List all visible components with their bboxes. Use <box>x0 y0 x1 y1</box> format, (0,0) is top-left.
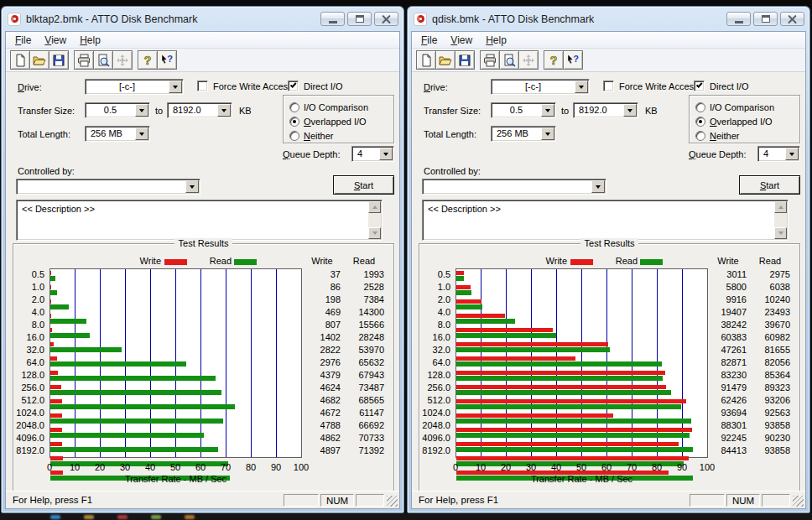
transfer-from-select[interactable]: 0.5 <box>85 102 150 118</box>
start-button[interactable]: Start <box>739 175 800 195</box>
drive-label: Drive: <box>18 82 42 92</box>
menu-help[interactable]: Help <box>479 33 513 48</box>
help-button[interactable]: ? <box>138 50 158 70</box>
chart-row <box>50 399 301 412</box>
print-preview-button[interactable] <box>499 50 519 70</box>
write-bar <box>50 314 51 318</box>
client-area: Drive: [-c-] Force Write Access Direct I… <box>6 72 399 491</box>
context-help-button[interactable]: ? <box>563 50 583 70</box>
statusbar: For Help, press F1 NUM <box>412 491 805 508</box>
chart-row <box>456 413 707 426</box>
description-scrollbar[interactable] <box>774 201 787 239</box>
queue-depth-select[interactable]: 4 <box>757 146 800 162</box>
open-button[interactable] <box>435 50 455 70</box>
dropdown-arrow-icon[interactable] <box>185 180 199 193</box>
direct-io-checkbox[interactable]: Direct I/O <box>694 81 748 91</box>
chart-row <box>50 371 301 383</box>
dropdown-arrow-icon[interactable] <box>541 127 554 140</box>
move-button[interactable] <box>518 50 539 70</box>
menu-view[interactable]: View <box>444 33 479 48</box>
menu-file[interactable]: File <box>414 33 444 48</box>
open-button[interactable] <box>29 50 49 70</box>
radio-overlapped-io[interactable]: Overlapped I/O <box>695 114 799 128</box>
total-length-select[interactable]: 256 MB <box>85 126 150 142</box>
menu-view[interactable]: View <box>38 33 73 48</box>
print-button[interactable] <box>480 50 500 70</box>
write-bar <box>50 285 51 289</box>
read-bar <box>50 390 221 395</box>
dropdown-arrow-icon[interactable] <box>379 148 393 160</box>
titlebar[interactable]: qdisk.bmk - ATTO Disk Benchmark <box>408 7 809 29</box>
dropdown-arrow-icon[interactable] <box>169 81 182 93</box>
start-button[interactable]: Start <box>333 175 394 195</box>
force-write-checkbox[interactable]: Force Write Access <box>603 81 699 91</box>
dropdown-arrow-icon[interactable] <box>575 81 588 93</box>
print-button[interactable] <box>74 50 94 70</box>
dropdown-arrow-icon[interactable] <box>135 127 148 140</box>
radio-neither[interactable]: Neither <box>289 128 393 143</box>
menu-file[interactable]: File <box>8 33 38 48</box>
close-button[interactable] <box>374 12 398 26</box>
radio-io-comparison[interactable]: I/O Comparison <box>695 100 799 114</box>
menu-help[interactable]: Help <box>73 33 107 48</box>
total-length-select[interactable]: 256 MB <box>491 126 556 142</box>
dropdown-arrow-icon[interactable] <box>623 104 637 117</box>
context-help-button[interactable]: ? <box>157 50 177 70</box>
resize-grip[interactable] <box>793 496 804 507</box>
caption-buttons <box>726 12 804 26</box>
scroll-down-button[interactable] <box>368 227 381 239</box>
move-button[interactable] <box>112 50 133 70</box>
transfer-to-select[interactable]: 8192.0 <box>167 102 232 118</box>
taskbar-icon[interactable] <box>185 515 195 519</box>
dropdown-arrow-icon[interactable] <box>217 104 231 117</box>
taskbar-icon[interactable] <box>117 515 128 519</box>
controlled-by-select[interactable] <box>16 179 200 195</box>
minimize-button[interactable] <box>320 12 345 26</box>
values-row: 3824239670 <box>710 319 794 331</box>
dropdown-arrow-icon[interactable] <box>135 104 148 117</box>
description-box[interactable]: << Description >> <box>422 200 789 241</box>
help-icon: ? <box>547 54 560 67</box>
minimize-button[interactable] <box>726 12 751 26</box>
new-button[interactable] <box>416 50 436 70</box>
taskbar-icon[interactable] <box>151 515 161 519</box>
taskbar-icon[interactable] <box>84 515 94 519</box>
radio-overlapped-io[interactable]: Overlapped I/O <box>289 114 393 128</box>
drive-select[interactable]: [-c-] <box>85 79 184 95</box>
transfer-from-select[interactable]: 0.5 <box>491 102 556 118</box>
print-preview-button[interactable] <box>93 50 113 70</box>
scroll-down-button[interactable] <box>774 227 787 239</box>
force-write-checkbox[interactable]: Force Write Access <box>197 81 293 91</box>
scroll-up-button[interactable] <box>774 201 787 213</box>
radio-io-comparison[interactable]: I/O Comparison <box>289 100 393 114</box>
resize-grip[interactable] <box>387 496 398 507</box>
chart-row <box>50 356 301 369</box>
radio-neither[interactable]: Neither <box>695 128 799 143</box>
y-tick-label: 4096.0 <box>13 432 47 445</box>
help-button[interactable]: ? <box>544 50 564 70</box>
drive-select[interactable]: [-c-] <box>491 79 590 95</box>
save-button[interactable] <box>455 50 475 70</box>
new-button[interactable] <box>10 50 30 70</box>
description-scrollbar[interactable] <box>368 201 381 239</box>
restore-button[interactable] <box>753 12 778 26</box>
write-value: 37 <box>304 268 341 281</box>
scroll-up-button[interactable] <box>368 201 381 213</box>
chart-row <box>456 314 707 326</box>
description-box[interactable]: << Description >> <box>16 200 383 241</box>
dropdown-arrow-icon[interactable] <box>591 180 605 193</box>
dropdown-arrow-icon[interactable] <box>785 148 799 160</box>
taskbar[interactable] <box>0 513 812 520</box>
close-button[interactable] <box>780 12 804 26</box>
write-value: 3011 <box>710 268 747 281</box>
read-bar <box>456 419 691 424</box>
direct-io-checkbox[interactable]: Direct I/O <box>288 81 342 91</box>
controlled-by-select[interactable] <box>422 179 606 195</box>
dropdown-arrow-icon[interactable] <box>541 104 554 117</box>
restore-button[interactable] <box>347 12 372 26</box>
taskbar-icon[interactable] <box>50 515 60 519</box>
transfer-to-select[interactable]: 8192.0 <box>573 102 638 118</box>
titlebar[interactable]: blktap2.bmk - ATTO Disk Benchmark <box>2 7 403 29</box>
queue-depth-select[interactable]: 4 <box>351 146 394 162</box>
save-button[interactable] <box>49 50 69 70</box>
